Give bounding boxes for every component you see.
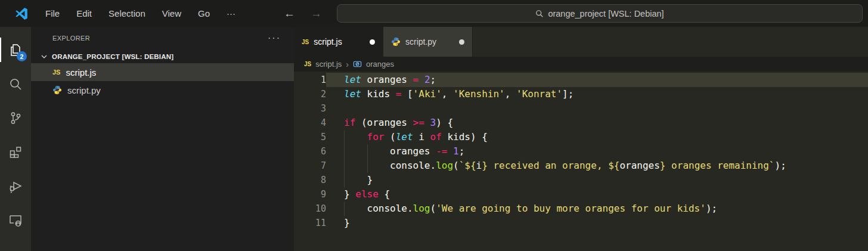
menu-item-file[interactable]: File: [37, 5, 68, 22]
file-row-script-js[interactable]: JS script.js: [31, 63, 294, 81]
explorer-sidebar: EXPLORER ··· ORANGE_PROJECT [WSL: DEBIAN…: [31, 27, 294, 251]
menu-more-icon[interactable]: ···: [218, 5, 244, 22]
code-line-content: }: [326, 173, 868, 187]
sidebar-more-actions-icon[interactable]: ···: [268, 33, 281, 44]
breadcrumb-file[interactable]: script.js: [315, 60, 342, 69]
code-token: let: [344, 74, 361, 85]
code-line[interactable]: 5 for (let i of kids) {: [294, 130, 868, 144]
code-token: ];: [562, 88, 574, 100]
line-number[interactable]: 9: [294, 187, 326, 202]
back-arrow-icon[interactable]: ←: [284, 7, 295, 20]
code-token: oranges: [361, 74, 413, 85]
line-number[interactable]: 10: [294, 202, 326, 216]
modified-dot-icon[interactable]: [459, 39, 464, 45]
tab-label: script.js: [314, 37, 342, 47]
code-line-content: } else {: [326, 187, 868, 202]
code-token: 'Aki': [413, 88, 442, 100]
indent-guide: [344, 173, 345, 187]
code-line-content: for (let i of kids) {: [326, 130, 868, 144]
code-line-content: oranges -= 1;: [326, 144, 868, 159]
code-token: }: [344, 188, 355, 200]
source-control-icon[interactable]: [0, 101, 31, 135]
indent-guide: [344, 202, 345, 216]
code-token: ,: [442, 88, 453, 100]
line-number[interactable]: 11: [294, 216, 326, 230]
code-token: >=: [413, 117, 424, 128]
run-debug-icon[interactable]: [0, 169, 31, 203]
file-name: script.py: [67, 85, 101, 95]
code-token: for: [367, 131, 385, 142]
line-number[interactable]: 4: [294, 116, 326, 130]
indent-guide: [367, 144, 368, 159]
menu-bar: FileEditSelectionViewGo···: [37, 5, 244, 22]
code-line[interactable]: 3: [294, 101, 868, 116]
line-number[interactable]: 1: [294, 73, 326, 87]
code-token: =: [413, 74, 419, 85]
js-file-icon: JS: [52, 69, 60, 76]
code-token: `${: [459, 160, 476, 171]
workspace-folder-row[interactable]: ORANGE_PROJECT [WSL: DEBIAN]: [31, 49, 294, 63]
code-editor[interactable]: 1let oranges = 2;2let kids = ['Aki', 'Ke…: [294, 72, 868, 251]
extensions-icon[interactable]: [0, 135, 31, 169]
remote-explorer-icon[interactable]: [0, 203, 31, 237]
menu-item-selection[interactable]: Selection: [100, 5, 154, 22]
code-token: [447, 145, 453, 157]
code-token: =: [396, 88, 402, 100]
tab-script-py[interactable]: script.py: [383, 27, 473, 57]
menu-item-go[interactable]: Go: [190, 5, 218, 22]
code-token: (oranges: [355, 117, 413, 128]
indent-guide: [344, 130, 345, 144]
code-token: } received an orange, ${: [482, 160, 619, 171]
explorer-icon[interactable]: 2: [0, 33, 31, 67]
code-line[interactable]: 2let kids = ['Aki', 'Kenshin', 'Konrat']…: [294, 87, 868, 101]
code-token: ;: [430, 74, 436, 85]
code-line[interactable]: 10 console.log('We are going to buy more…: [294, 202, 868, 216]
modified-dot-icon[interactable]: [370, 39, 375, 45]
vscode-logo-icon: [14, 7, 29, 21]
code-token: [424, 117, 430, 128]
line-number[interactable]: 3: [294, 101, 326, 116]
code-line[interactable]: 6 oranges -= 1;: [294, 144, 868, 159]
code-token: (: [430, 203, 436, 214]
code-line[interactable]: 7 console.log(`${i} received an orange, …: [294, 159, 868, 173]
activity-bar: 2: [0, 27, 31, 251]
code-token: {: [379, 188, 390, 200]
explorer-badge: 2: [17, 51, 27, 61]
chevron-down-icon: [39, 52, 49, 61]
tab-bar: JS script.js script.py: [294, 27, 868, 57]
code-token: }: [344, 174, 373, 185]
menu-item-edit[interactable]: Edit: [68, 5, 100, 22]
code-token: [: [401, 88, 413, 100]
code-line-content: console.log(`${i} received an orange, ${…: [326, 159, 868, 173]
sidebar-header: EXPLORER ···: [31, 27, 294, 49]
line-number[interactable]: 7: [294, 159, 326, 173]
code-token: 2: [424, 74, 430, 85]
code-line[interactable]: 1let oranges = 2;: [294, 73, 868, 87]
search-icon[interactable]: [0, 67, 31, 101]
python-file-icon: [391, 37, 401, 47]
code-line[interactable]: 11}: [294, 216, 868, 230]
nav-arrows: ← →: [284, 0, 322, 27]
line-number[interactable]: 6: [294, 144, 326, 159]
code-token: (: [453, 160, 459, 171]
file-row-script-py[interactable]: script.py: [31, 81, 294, 99]
editor-group: JS script.js script.py JS script.js ›: [294, 27, 868, 251]
code-line[interactable]: 4if (oranges >= 3) {: [294, 116, 868, 130]
code-line-content: console.log('We are going to buy more or…: [326, 202, 868, 216]
code-token: else: [355, 188, 379, 200]
menu-item-view[interactable]: View: [154, 5, 190, 22]
forward-arrow-icon[interactable]: →: [311, 7, 322, 20]
breadcrumb-symbol[interactable]: oranges: [366, 60, 394, 69]
code-line[interactable]: 8 }: [294, 173, 868, 187]
line-number[interactable]: 8: [294, 173, 326, 187]
code-token: 'We are going to buy more oranges for ou…: [436, 203, 706, 214]
code-line-content: [326, 101, 868, 116]
code-token: kids) {: [442, 131, 488, 142]
command-center-search[interactable]: orange_project [WSL: Debian]: [337, 4, 863, 23]
line-number[interactable]: 5: [294, 130, 326, 144]
line-number[interactable]: 2: [294, 87, 326, 101]
code-token: [418, 74, 424, 85]
tab-script-js[interactable]: JS script.js: [294, 27, 383, 57]
code-line[interactable]: 9} else {: [294, 187, 868, 202]
title-bar: FileEditSelectionViewGo··· ← → orange_pr…: [0, 0, 868, 27]
